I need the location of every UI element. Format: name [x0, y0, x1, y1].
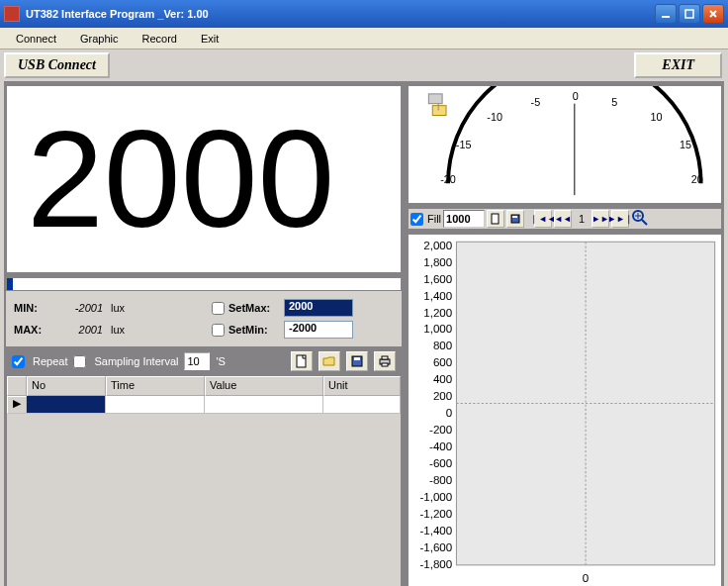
max-label: MAX:: [14, 324, 53, 336]
close-icon: [708, 9, 718, 19]
chart-toolbar: Fill ❘◄◄ ◄◄ 1 ►► ►►❘: [408, 208, 722, 230]
gauge-tick: 15: [680, 139, 691, 150]
minmax-panel: MIN: -2001 lux MAX: 2001 lux SetMax: 200…: [6, 291, 402, 347]
first-page-button[interactable]: ❘◄◄: [534, 210, 552, 228]
page-number: 1: [574, 213, 590, 225]
level-bar: [6, 277, 402, 291]
interval-input[interactable]: [184, 352, 210, 370]
grid-head-unit[interactable]: Unit: [323, 376, 401, 396]
svg-rect-8: [382, 356, 388, 359]
setmin-input[interactable]: -2000: [284, 321, 353, 339]
y-tick-labels: 2,0001,8001,6001,4001,2001,0008006004002…: [419, 240, 452, 570]
grid-head-time[interactable]: Time: [106, 376, 205, 396]
y-tick-label: -1,600: [419, 541, 452, 553]
save-button[interactable]: [346, 351, 368, 371]
setmin-checkbox[interactable]: [212, 324, 225, 337]
repeat-checkbox[interactable]: [12, 355, 25, 368]
setmax-input[interactable]: 2000: [284, 299, 353, 317]
save-icon: [510, 214, 520, 224]
menu-exit[interactable]: Exit: [189, 31, 230, 47]
analog-gauge: -20 -15 -10 -5 0 5 10 15 20: [408, 85, 722, 204]
new-file-button[interactable]: [291, 351, 313, 371]
menubar: Connect Graphic Record Exit: [0, 28, 728, 49]
cell-no: [27, 396, 106, 414]
top-toolbar: USB Connect EXIT: [4, 53, 724, 81]
new-file-icon: [491, 213, 500, 225]
table-row[interactable]: ▶: [7, 396, 401, 414]
sampling-checkbox[interactable]: [73, 355, 86, 368]
gauge-tick: 0: [573, 90, 579, 102]
data-grid: No Time Value Unit ▶: [6, 375, 402, 586]
chart-canvas: 2,0001,8001,6001,4001,2001,0008006004002…: [409, 235, 721, 586]
gauge-tick: 10: [651, 111, 663, 123]
open-file-button[interactable]: [318, 351, 340, 371]
y-tick-label: 1,400: [423, 290, 452, 302]
main-panel: 2000 MIN: -2001 lux MAX: 2001 lux: [4, 81, 724, 586]
last-page-button[interactable]: ►►❘: [611, 210, 629, 228]
chart-save-button[interactable]: [506, 210, 524, 228]
printer-icon: [378, 355, 392, 367]
min-unit: lux: [111, 302, 125, 314]
row-marker: ▶: [7, 396, 27, 414]
y-tick-label: 400: [433, 373, 452, 385]
y-tick-label: 200: [433, 390, 452, 402]
sampling-label: Sampling Interval: [94, 355, 178, 367]
grid-head-no[interactable]: No: [27, 376, 106, 396]
y-tick-label: -200: [429, 424, 452, 436]
menu-record[interactable]: Record: [131, 31, 189, 47]
chart-new-button[interactable]: [487, 210, 504, 228]
minimize-icon: [661, 9, 671, 19]
svg-rect-1: [685, 10, 693, 18]
close-button[interactable]: [702, 4, 724, 24]
reading-value: 2000: [27, 110, 334, 248]
y-tick-label: 1,000: [423, 324, 452, 336]
titlebar: UT382 Interface Program _Ver: 1.00: [0, 0, 728, 28]
menu-connect[interactable]: Connect: [4, 31, 68, 47]
folder-open-icon: [322, 355, 336, 367]
usb-connect-button[interactable]: USB Connect: [4, 52, 110, 78]
cell-value: [205, 396, 323, 414]
svg-rect-6: [354, 357, 360, 360]
gauge-tick: 5: [611, 96, 617, 108]
setmax-checkbox[interactable]: [212, 302, 225, 315]
y-tick-label: 800: [433, 340, 452, 351]
y-tick-label: -1,200: [419, 508, 452, 520]
setmin-label: SetMin:: [228, 324, 284, 336]
svg-rect-15: [512, 216, 517, 218]
prev-page-button[interactable]: ◄◄: [554, 210, 572, 228]
content-area: USB Connect EXIT 2000 MIN: -2001 lux: [0, 49, 728, 586]
print-button[interactable]: [374, 351, 396, 371]
max-value: 2001: [53, 324, 103, 336]
level-fill: [7, 278, 13, 290]
maximize-icon: [684, 9, 694, 19]
svg-rect-10: [428, 94, 442, 104]
menu-graphic[interactable]: Graphic: [68, 31, 131, 47]
svg-rect-11: [432, 106, 446, 116]
new-file-icon: [296, 354, 308, 368]
right-pane: -20 -15 -10 -5 0 5 10 15 20 Fill ❘◄: [408, 85, 722, 586]
y-tick-label: -1,000: [419, 491, 452, 503]
y-tick-label: -400: [429, 440, 452, 452]
grid-header: No Time Value Unit: [7, 376, 401, 396]
exit-button[interactable]: EXIT: [634, 52, 722, 78]
zoom-button[interactable]: [631, 209, 651, 229]
max-unit: lux: [111, 324, 125, 336]
svg-rect-0: [662, 16, 670, 18]
fill-checkbox[interactable]: [410, 213, 423, 226]
y-tick-label: -1,800: [419, 558, 452, 570]
fill-label: Fill: [427, 213, 441, 225]
minimize-button[interactable]: [655, 4, 677, 24]
x-tick-label: 0: [583, 572, 589, 584]
gauge-tick: -20: [440, 173, 456, 185]
grid-head-blank: [7, 376, 27, 396]
grid-head-value[interactable]: Value: [205, 376, 323, 396]
svg-rect-9: [382, 363, 388, 366]
sampling-toolbar: Repeat Sampling Interval 'S: [6, 347, 402, 375]
gauge-tick: 20: [691, 173, 703, 185]
grid-body: [7, 414, 401, 586]
y-tick-label: 1,600: [423, 273, 452, 285]
y-tick-label: -1,400: [419, 525, 452, 537]
maximize-button[interactable]: [679, 4, 700, 24]
chart-count-input[interactable]: [443, 210, 485, 228]
svg-rect-13: [492, 214, 499, 224]
